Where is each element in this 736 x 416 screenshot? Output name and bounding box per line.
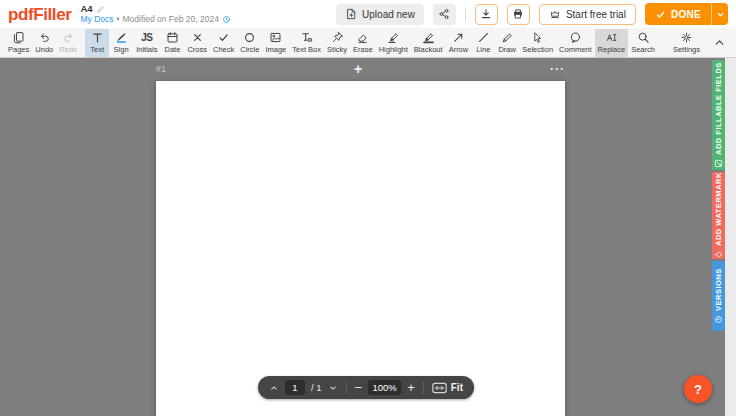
versions-icon (714, 315, 723, 324)
toolbar-item-comment[interactable]: Comment (556, 29, 595, 57)
toolbar-main-group: Text Sign JS Initials Date Cross Check (85, 28, 556, 57)
toolbar-item-arrow[interactable]: Arrow (446, 29, 472, 57)
download-button[interactable] (475, 4, 498, 25)
toolbar-item-search[interactable]: Search (628, 29, 658, 57)
download-icon (480, 8, 492, 20)
pager-divider (346, 381, 347, 394)
check-icon (217, 31, 230, 45)
pager-divider (423, 381, 424, 394)
side-tab-versions[interactable]: VERSIONS (712, 261, 725, 331)
edit-pencil-icon[interactable] (96, 5, 105, 14)
fit-label: Fit (451, 382, 463, 393)
fit-width-icon (432, 382, 447, 394)
erase-icon (356, 31, 369, 45)
toolbar-left-group: Pages Undo Redo (5, 28, 80, 57)
toolbar-item-selection[interactable]: Selection (519, 29, 556, 57)
toolbar-item-circle[interactable]: Circle (237, 29, 262, 57)
zoom-level-input[interactable]: 100% (368, 380, 401, 395)
draw-icon (501, 31, 514, 45)
upload-new-button[interactable]: Upload new (336, 4, 424, 25)
share-button[interactable] (433, 4, 456, 25)
pdffiller-app: pdfFiller A4 My Docs • Modified on Feb 2… (0, 0, 736, 416)
done-button[interactable]: DONE (645, 3, 711, 25)
zoom-in-button[interactable]: + (407, 381, 415, 394)
sticky-icon (331, 31, 344, 45)
upload-new-label: Upload new (362, 9, 415, 20)
toolbar-item-redo[interactable]: Redo (56, 29, 80, 57)
toolbar-item-erase[interactable]: Erase (350, 29, 376, 57)
page-number-input[interactable]: 1 (285, 380, 305, 395)
undo-icon (38, 31, 51, 45)
help-button[interactable]: ? (684, 375, 712, 403)
toolbar-item-draw[interactable]: Draw (495, 29, 519, 57)
page-options-button[interactable]: ··· (550, 66, 565, 72)
header-divider (465, 7, 466, 22)
replace-icon (605, 31, 618, 45)
selection-icon (531, 31, 544, 45)
toolbar-item-replace[interactable]: Replace (595, 29, 629, 57)
page-number-badge: #1 (156, 64, 166, 74)
app-header: pdfFiller A4 My Docs • Modified on Feb 2… (0, 0, 736, 28)
right-rail (725, 58, 736, 416)
done-menu-button[interactable] (711, 3, 728, 25)
toolbar-item-sticky[interactable]: Sticky (324, 29, 350, 57)
share-icon (438, 8, 450, 20)
toolbar-item-collapse-toolbar[interactable] (707, 29, 731, 57)
pages-icon (12, 31, 25, 45)
print-button[interactable] (507, 4, 530, 25)
side-tab-add-fillable-fields[interactable]: ADD FILLABLE FIELDS (712, 60, 725, 170)
modified-text: Modified on Feb 20, 2024 (123, 15, 219, 24)
settings-icon (680, 31, 693, 45)
pdffiller-logo[interactable]: pdfFiller (8, 6, 71, 23)
textbox-icon (300, 31, 313, 45)
done-button-group: DONE (645, 3, 728, 25)
separator-dot: • (117, 15, 120, 24)
fit-page-button[interactable]: Fit (432, 382, 463, 394)
start-free-trial-button[interactable]: Start free trial (539, 4, 636, 25)
toolbar-item-image[interactable]: Image (262, 29, 289, 57)
upload-doc-icon (345, 8, 357, 20)
toolbar-item-text-box[interactable]: Text Box (289, 29, 324, 57)
toolbar-item-text[interactable]: Text (85, 29, 109, 57)
add-page-button[interactable]: + (354, 64, 362, 74)
prev-page-button[interactable] (269, 383, 279, 393)
side-tab-add-watermark[interactable]: ADD WATERMARK (712, 172, 725, 259)
next-page-button[interactable] (328, 383, 338, 393)
done-label: DONE (671, 9, 701, 20)
document-subtitle-row: My Docs • Modified on Feb 20, 2024 (80, 15, 230, 24)
cross-icon (191, 31, 204, 45)
toolbar-item-initials[interactable]: JS Initials (133, 29, 160, 57)
toolbar-item-blackout[interactable]: Blackout (411, 29, 446, 57)
my-docs-link[interactable]: My Docs (80, 15, 113, 24)
toolbar-item-sign[interactable]: Sign (109, 29, 133, 57)
toolbar-item-undo[interactable]: Undo (32, 29, 56, 57)
check-icon (655, 9, 666, 20)
line-icon (477, 31, 490, 45)
toolbar-right-group: Comment Replace Search Settings (556, 28, 731, 57)
toolbar-item-cross[interactable]: Cross (184, 29, 210, 57)
toolbar-item-settings[interactable]: Settings (670, 29, 703, 57)
image-icon (269, 31, 282, 45)
sign-icon (115, 31, 128, 45)
blackout-icon (422, 31, 435, 45)
crown-icon (549, 8, 561, 20)
initials-icon: JS (141, 31, 152, 45)
toolbar-item-pages[interactable]: Pages (5, 29, 32, 57)
search-icon (637, 31, 650, 45)
side-tabs: ADD FILLABLE FIELDS ADD WATERMARK VERSIO… (712, 58, 725, 416)
arrow-icon (452, 31, 465, 45)
comment-icon (569, 31, 582, 45)
highlight-icon (387, 31, 400, 45)
circle-icon (243, 31, 256, 45)
toolbar-item-date[interactable]: Date (160, 29, 184, 57)
toolbar-item-line[interactable]: Line (471, 29, 495, 57)
toolbar-item-check[interactable]: Check (210, 29, 237, 57)
print-icon (512, 8, 524, 20)
date-icon (166, 31, 179, 45)
toolbar-item-highlight[interactable]: Highlight (376, 29, 411, 57)
start-free-trial-label: Start free trial (566, 9, 626, 20)
document-page[interactable] (156, 81, 565, 416)
page-meta-row: #1 + ··· (156, 62, 565, 76)
history-clock-icon (222, 15, 231, 24)
zoom-out-button[interactable]: − (355, 381, 363, 394)
